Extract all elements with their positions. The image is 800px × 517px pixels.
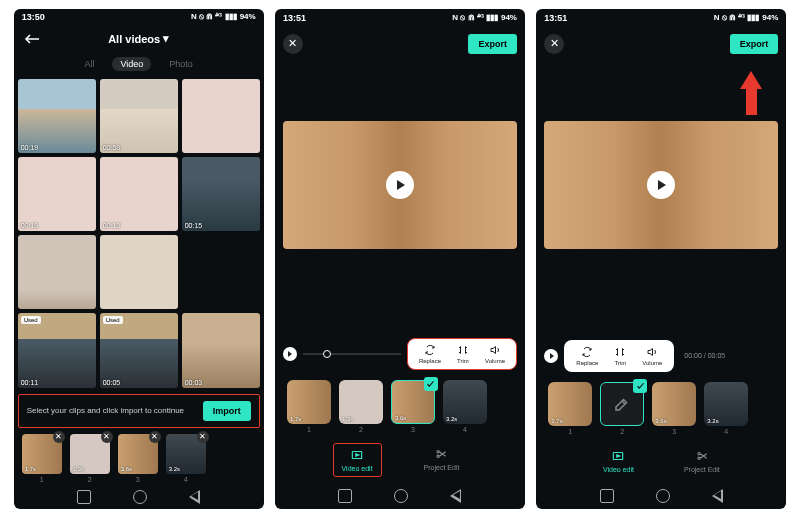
chevron-down-icon: ▾ <box>163 32 169 45</box>
timeline-clip-active[interactable]: 2 <box>600 382 644 435</box>
video-edit-tab[interactable]: Video edit <box>595 445 642 477</box>
nav-recent-icon[interactable] <box>77 490 91 504</box>
video-thumb[interactable]: 00:58 <box>100 79 178 153</box>
selected-clip[interactable]: ✕3.2s 4 <box>166 434 206 483</box>
editor-mode-tabs: Video edit Project Edit <box>275 435 525 483</box>
project-edit-tab[interactable]: Project Edit <box>416 443 468 477</box>
timeline-clip[interactable]: 3.6s 3 <box>652 382 696 435</box>
tab-all[interactable]: All <box>80 57 98 71</box>
volume-tool[interactable]: Volume <box>635 344 669 368</box>
remove-clip-icon[interactable]: ✕ <box>197 431 209 443</box>
trim-tool[interactable]: Trim <box>607 344 633 368</box>
import-row-highlight: Select your clips and click import to co… <box>18 394 260 428</box>
selected-clip[interactable]: ✕3.6s 3 <box>118 434 158 483</box>
import-button[interactable]: Import <box>203 401 251 421</box>
video-preview[interactable] <box>283 121 517 249</box>
timeline-clip[interactable]: 3.2s 4 <box>704 382 748 435</box>
remove-clip-icon[interactable]: ✕ <box>101 431 113 443</box>
screen-2-video-edit: 13:51 N ⦸ ⋒ ⁴ᴳ ▮▮▮ 94% ✕ Export Replace <box>275 9 525 509</box>
status-time: 13:51 <box>544 13 567 23</box>
editor-header: ✕ Export <box>275 27 525 61</box>
timeline-clip[interactable]: 1.3s 2 <box>339 380 383 433</box>
status-time: 13:50 <box>22 12 45 22</box>
clip-tools: Replace Trim Volume <box>564 340 674 372</box>
picker-header: All videos ▾ <box>14 25 264 53</box>
status-icons: N ⦸ ⋒ ⁴ᴳ ▮▮▮ 94% <box>191 12 256 22</box>
timeline-clip-active[interactable]: 3.6s 3 <box>391 380 435 433</box>
play-button-icon[interactable] <box>386 171 414 199</box>
used-badge: Used <box>21 316 41 324</box>
video-thumb[interactable]: 00:19 <box>18 157 96 231</box>
android-nav-bar <box>14 485 264 509</box>
selected-clip[interactable]: ✕1.7s 1 <box>22 434 62 483</box>
used-badge: Used <box>103 316 123 324</box>
timeline-play-icon[interactable] <box>544 349 558 363</box>
close-icon[interactable]: ✕ <box>283 34 303 54</box>
video-thumb[interactable]: 00:19 <box>18 79 96 153</box>
timeline-clip[interactable]: 1.7s 1 <box>287 380 331 433</box>
video-edit-tab-highlight[interactable]: Video edit <box>333 443 382 477</box>
play-button-icon[interactable] <box>647 171 675 199</box>
annotation-arrow-icon <box>740 71 762 115</box>
timeline-area: Replace Trim Volume 1.7s 1 1.3s 2 <box>275 332 525 435</box>
replace-tool[interactable]: Replace <box>412 342 448 366</box>
video-thumb[interactable]: 00:03 <box>182 313 260 387</box>
status-bar: 13:51 N ⦸ ⋒ ⁴ᴳ ▮▮▮ 94% <box>275 9 525 27</box>
video-thumb[interactable]: 00:15 <box>182 157 260 231</box>
nav-recent-icon[interactable] <box>338 489 352 503</box>
export-button[interactable]: Export <box>730 34 779 54</box>
video-grid: 00:19 00:58 00:19 00:13 00:15 Used 00:11… <box>14 75 264 392</box>
nav-back-icon[interactable] <box>189 490 200 504</box>
close-icon[interactable]: ✕ <box>544 34 564 54</box>
project-edit-tab[interactable]: Project Edit <box>676 445 728 477</box>
svg-point-2 <box>437 455 439 457</box>
svg-point-4 <box>698 452 700 454</box>
svg-point-5 <box>698 457 700 459</box>
video-thumb[interactable]: Used 00:11 <box>18 313 96 387</box>
remove-clip-icon[interactable]: ✕ <box>149 431 161 443</box>
video-thumb[interactable] <box>18 235 96 309</box>
status-time: 13:51 <box>283 13 306 23</box>
selected-clip[interactable]: ✕1.3s 2 <box>70 434 110 483</box>
replace-tool[interactable]: Replace <box>569 344 605 368</box>
video-thumb[interactable]: Used 00:05 <box>100 313 178 387</box>
album-dropdown[interactable]: All videos ▾ <box>42 32 236 45</box>
editor-header: ✕ Export <box>536 27 786 61</box>
video-thumb[interactable] <box>182 79 260 153</box>
nav-back-icon[interactable] <box>450 489 461 503</box>
android-nav-bar <box>275 483 525 509</box>
nav-recent-icon[interactable] <box>600 489 614 503</box>
status-icons: N ⦸ ⋒ ⁴ᴳ ▮▮▮ 94% <box>714 13 779 23</box>
edit-clip-badge-icon <box>424 377 438 391</box>
video-preview[interactable] <box>544 121 778 249</box>
nav-home-icon[interactable] <box>394 489 408 503</box>
volume-tool[interactable]: Volume <box>478 342 512 366</box>
nav-home-icon[interactable] <box>656 489 670 503</box>
tab-photo[interactable]: Photo <box>165 57 197 71</box>
tab-video[interactable]: Video <box>112 57 151 71</box>
nav-home-icon[interactable] <box>133 490 147 504</box>
timeline-clip[interactable]: 3.2s 4 <box>443 380 487 433</box>
timeline-clips: 1.7s 1 2 3.6s 3 3.2s 4 <box>544 378 778 437</box>
media-type-tabs: All Video Photo <box>14 53 264 75</box>
timeline-area: Replace Trim Volume 00:00 / 00:05 1.7s 1 <box>536 334 786 437</box>
video-thumb-empty <box>182 235 260 309</box>
back-arrow-icon[interactable] <box>22 29 42 49</box>
timeline-clips: 1.7s 1 1.3s 2 3.6s 3 3.2s 4 <box>283 376 517 435</box>
android-nav-bar <box>536 483 786 509</box>
nav-back-icon[interactable] <box>712 489 723 503</box>
import-hint-text: Select your clips and click import to co… <box>27 406 197 416</box>
screen-3-export: 13:51 N ⦸ ⋒ ⁴ᴳ ▮▮▮ 94% ✕ Export Replace … <box>536 9 786 509</box>
remove-clip-icon[interactable]: ✕ <box>53 431 65 443</box>
video-thumb[interactable] <box>100 235 178 309</box>
timeline-play-icon[interactable] <box>283 347 297 361</box>
trim-tool[interactable]: Trim <box>450 342 476 366</box>
video-thumb[interactable]: 00:13 <box>100 157 178 231</box>
status-bar: 13:50 N ⦸ ⋒ ⁴ᴳ ▮▮▮ 94% <box>14 9 264 26</box>
selected-clips-strip: ✕1.7s 1 ✕1.3s 2 ✕3.6s 3 ✕3.2s 4 <box>14 430 264 485</box>
export-button[interactable]: Export <box>468 34 517 54</box>
timeline-track[interactable] <box>303 353 401 355</box>
edit-clip-badge-icon <box>633 379 647 393</box>
timeline-clip[interactable]: 1.7s 1 <box>548 382 592 435</box>
edit-icon <box>613 395 631 413</box>
